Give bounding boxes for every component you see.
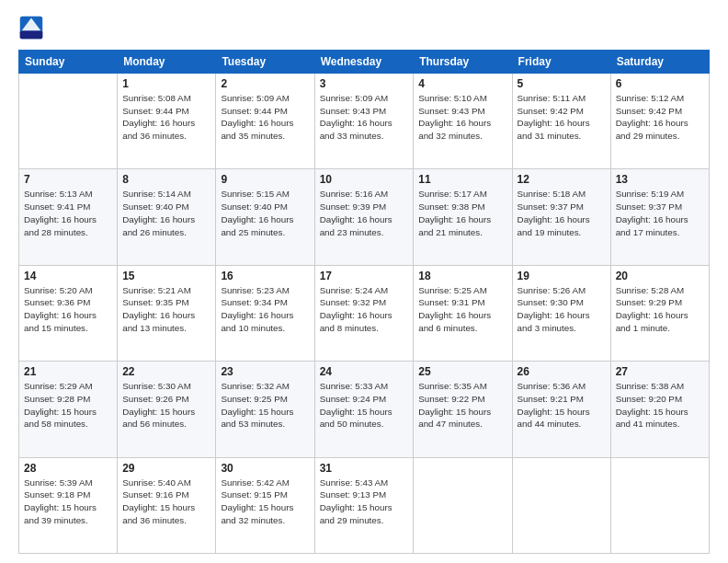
day-info: Sunrise: 5:17 AM Sunset: 9:38 PM Dayligh… bbox=[418, 188, 506, 238]
header bbox=[18, 15, 710, 40]
day-number: 17 bbox=[320, 270, 409, 282]
calendar-cell: 14Sunrise: 5:20 AM Sunset: 9:36 PM Dayli… bbox=[19, 265, 118, 361]
day-number: 21 bbox=[24, 365, 112, 378]
day-info: Sunrise: 5:25 AM Sunset: 9:31 PM Dayligh… bbox=[418, 284, 506, 335]
day-info: Sunrise: 5:29 AM Sunset: 9:28 PM Dayligh… bbox=[24, 380, 112, 431]
calendar-cell: 31Sunrise: 5:43 AM Sunset: 9:13 PM Dayli… bbox=[314, 457, 414, 553]
calendar-cell: 15Sunrise: 5:21 AM Sunset: 9:35 PM Dayli… bbox=[118, 265, 216, 361]
day-info: Sunrise: 5:08 AM Sunset: 9:44 PM Dayligh… bbox=[122, 92, 210, 143]
calendar-cell: 19Sunrise: 5:26 AM Sunset: 9:30 PM Dayli… bbox=[512, 265, 610, 361]
calendar-cell: 18Sunrise: 5:25 AM Sunset: 9:31 PM Dayli… bbox=[414, 265, 512, 361]
calendar-table: SundayMondayTuesdayWednesdayThursdayFrid… bbox=[18, 50, 710, 554]
calendar-cell: 1Sunrise: 5:08 AM Sunset: 9:44 PM Daylig… bbox=[118, 74, 216, 169]
day-number: 20 bbox=[616, 270, 704, 282]
day-number: 3 bbox=[320, 77, 409, 90]
calendar-cell: 2Sunrise: 5:09 AM Sunset: 9:44 PM Daylig… bbox=[216, 74, 314, 169]
day-number: 28 bbox=[24, 462, 112, 475]
calendar-week-2: 14Sunrise: 5:20 AM Sunset: 9:36 PM Dayli… bbox=[19, 265, 710, 361]
day-number: 26 bbox=[518, 365, 606, 378]
day-number: 7 bbox=[24, 173, 112, 186]
day-number: 31 bbox=[320, 462, 409, 475]
calendar-cell bbox=[19, 74, 118, 169]
calendar-cell: 29Sunrise: 5:40 AM Sunset: 9:16 PM Dayli… bbox=[118, 457, 216, 553]
day-number: 23 bbox=[221, 365, 309, 378]
day-info: Sunrise: 5:12 AM Sunset: 9:42 PM Dayligh… bbox=[616, 92, 704, 143]
day-info: Sunrise: 5:21 AM Sunset: 9:35 PM Dayligh… bbox=[122, 284, 210, 335]
day-info: Sunrise: 5:36 AM Sunset: 9:21 PM Dayligh… bbox=[518, 380, 606, 431]
calendar-cell: 7Sunrise: 5:13 AM Sunset: 9:41 PM Daylig… bbox=[19, 169, 118, 265]
calendar-cell: 16Sunrise: 5:23 AM Sunset: 9:34 PM Dayli… bbox=[216, 265, 314, 361]
day-info: Sunrise: 5:42 AM Sunset: 9:15 PM Dayligh… bbox=[221, 477, 309, 527]
day-info: Sunrise: 5:16 AM Sunset: 9:39 PM Dayligh… bbox=[320, 188, 409, 238]
day-info: Sunrise: 5:18 AM Sunset: 9:37 PM Dayligh… bbox=[518, 188, 606, 238]
calendar-cell: 17Sunrise: 5:24 AM Sunset: 9:32 PM Dayli… bbox=[314, 265, 414, 361]
weekday-wednesday: Wednesday bbox=[314, 51, 414, 74]
calendar-cell: 24Sunrise: 5:33 AM Sunset: 9:24 PM Dayli… bbox=[314, 362, 414, 457]
day-info: Sunrise: 5:19 AM Sunset: 9:37 PM Dayligh… bbox=[616, 188, 704, 238]
day-number: 5 bbox=[518, 77, 606, 90]
calendar-cell: 4Sunrise: 5:10 AM Sunset: 9:43 PM Daylig… bbox=[414, 74, 512, 169]
calendar-week-0: 1Sunrise: 5:08 AM Sunset: 9:44 PM Daylig… bbox=[19, 74, 710, 169]
calendar-cell: 6Sunrise: 5:12 AM Sunset: 9:42 PM Daylig… bbox=[610, 74, 709, 169]
day-number: 27 bbox=[616, 365, 704, 378]
calendar-cell: 23Sunrise: 5:32 AM Sunset: 9:25 PM Dayli… bbox=[216, 362, 314, 457]
calendar-cell: 25Sunrise: 5:35 AM Sunset: 9:22 PM Dayli… bbox=[414, 362, 512, 457]
day-number: 25 bbox=[418, 365, 506, 378]
day-info: Sunrise: 5:39 AM Sunset: 9:18 PM Dayligh… bbox=[24, 477, 112, 527]
day-number: 13 bbox=[616, 173, 704, 186]
day-info: Sunrise: 5:30 AM Sunset: 9:26 PM Dayligh… bbox=[122, 380, 210, 431]
calendar-cell: 12Sunrise: 5:18 AM Sunset: 9:37 PM Dayli… bbox=[512, 169, 610, 265]
day-number: 22 bbox=[122, 365, 210, 378]
day-number: 9 bbox=[221, 173, 309, 186]
weekday-saturday: Saturday bbox=[610, 51, 709, 74]
day-info: Sunrise: 5:33 AM Sunset: 9:24 PM Dayligh… bbox=[320, 380, 409, 431]
logo bbox=[18, 15, 48, 40]
calendar-cell: 3Sunrise: 5:09 AM Sunset: 9:43 PM Daylig… bbox=[314, 74, 414, 169]
weekday-tuesday: Tuesday bbox=[216, 51, 314, 74]
day-number: 14 bbox=[24, 270, 112, 282]
calendar-week-1: 7Sunrise: 5:13 AM Sunset: 9:41 PM Daylig… bbox=[19, 169, 710, 265]
day-info: Sunrise: 5:23 AM Sunset: 9:34 PM Dayligh… bbox=[221, 284, 309, 335]
weekday-friday: Friday bbox=[512, 51, 610, 74]
calendar-cell bbox=[512, 457, 610, 553]
calendar-cell: 20Sunrise: 5:28 AM Sunset: 9:29 PM Dayli… bbox=[610, 265, 709, 361]
day-number: 1 bbox=[122, 77, 210, 90]
day-number: 18 bbox=[418, 270, 506, 282]
weekday-sunday: Sunday bbox=[19, 51, 118, 74]
day-info: Sunrise: 5:14 AM Sunset: 9:40 PM Dayligh… bbox=[122, 188, 210, 238]
calendar-cell: 10Sunrise: 5:16 AM Sunset: 9:39 PM Dayli… bbox=[314, 169, 414, 265]
day-info: Sunrise: 5:20 AM Sunset: 9:36 PM Dayligh… bbox=[24, 284, 112, 335]
day-number: 16 bbox=[221, 270, 309, 282]
calendar-cell: 22Sunrise: 5:30 AM Sunset: 9:26 PM Dayli… bbox=[118, 362, 216, 457]
day-info: Sunrise: 5:24 AM Sunset: 9:32 PM Dayligh… bbox=[320, 284, 409, 335]
calendar-header: SundayMondayTuesdayWednesdayThursdayFrid… bbox=[19, 51, 710, 74]
page: SundayMondayTuesdayWednesdayThursdayFrid… bbox=[0, 0, 728, 563]
calendar-cell: 28Sunrise: 5:39 AM Sunset: 9:18 PM Dayli… bbox=[19, 457, 118, 553]
day-number: 30 bbox=[221, 462, 309, 475]
calendar-cell: 21Sunrise: 5:29 AM Sunset: 9:28 PM Dayli… bbox=[19, 362, 118, 457]
calendar-cell: 27Sunrise: 5:38 AM Sunset: 9:20 PM Dayli… bbox=[610, 362, 709, 457]
calendar-cell: 5Sunrise: 5:11 AM Sunset: 9:42 PM Daylig… bbox=[512, 74, 610, 169]
logo-icon bbox=[18, 15, 44, 40]
calendar-cell: 8Sunrise: 5:14 AM Sunset: 9:40 PM Daylig… bbox=[118, 169, 216, 265]
day-info: Sunrise: 5:11 AM Sunset: 9:42 PM Dayligh… bbox=[518, 92, 606, 143]
day-info: Sunrise: 5:09 AM Sunset: 9:44 PM Dayligh… bbox=[221, 92, 309, 143]
day-number: 19 bbox=[518, 270, 606, 282]
day-info: Sunrise: 5:35 AM Sunset: 9:22 PM Dayligh… bbox=[418, 380, 506, 431]
day-info: Sunrise: 5:10 AM Sunset: 9:43 PM Dayligh… bbox=[418, 92, 506, 143]
day-number: 10 bbox=[320, 173, 409, 186]
day-info: Sunrise: 5:43 AM Sunset: 9:13 PM Dayligh… bbox=[320, 477, 409, 527]
day-info: Sunrise: 5:09 AM Sunset: 9:43 PM Dayligh… bbox=[320, 92, 409, 143]
calendar-cell: 26Sunrise: 5:36 AM Sunset: 9:21 PM Dayli… bbox=[512, 362, 610, 457]
day-info: Sunrise: 5:13 AM Sunset: 9:41 PM Dayligh… bbox=[24, 188, 112, 238]
calendar-week-4: 28Sunrise: 5:39 AM Sunset: 9:18 PM Dayli… bbox=[19, 457, 710, 553]
day-number: 11 bbox=[418, 173, 506, 186]
calendar-cell bbox=[610, 457, 709, 553]
svg-rect-2 bbox=[20, 31, 43, 40]
day-number: 15 bbox=[122, 270, 210, 282]
day-number: 6 bbox=[616, 77, 704, 90]
day-info: Sunrise: 5:32 AM Sunset: 9:25 PM Dayligh… bbox=[221, 380, 309, 431]
day-info: Sunrise: 5:38 AM Sunset: 9:20 PM Dayligh… bbox=[616, 380, 704, 431]
day-info: Sunrise: 5:15 AM Sunset: 9:40 PM Dayligh… bbox=[221, 188, 309, 238]
day-info: Sunrise: 5:26 AM Sunset: 9:30 PM Dayligh… bbox=[518, 284, 606, 335]
